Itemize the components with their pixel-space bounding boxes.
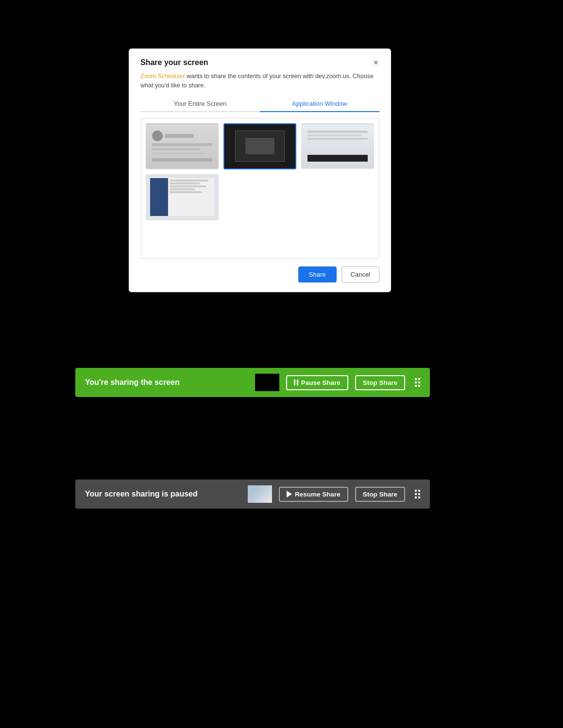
window-grid [140, 118, 379, 259]
sharing-bar-paused: Your screen sharing is paused Resume Sha… [75, 480, 430, 509]
sharing-status-text-active: You're sharing the screen [85, 378, 248, 387]
play-icon [287, 491, 292, 497]
dialog-description: Zoom Scheduler wants to share the conten… [140, 72, 379, 90]
share-screen-dialog: Share your screen × Zoom Scheduler wants… [129, 49, 391, 292]
window-thumbnail-1[interactable] [146, 123, 219, 169]
cancel-button[interactable]: Cancel [341, 266, 379, 282]
window-thumbnail-2[interactable] [223, 123, 296, 169]
dialog-header: Share your screen × [140, 58, 379, 67]
window-thumbnail-3[interactable] [301, 123, 374, 169]
more-options-button-paused[interactable] [412, 488, 423, 500]
sharing-bar-active: You're sharing the screen Pause Share St… [75, 368, 430, 397]
share-button[interactable]: Share [298, 266, 337, 282]
grid-icon-paused [415, 490, 420, 498]
stop-share-button-paused[interactable]: Stop Share [355, 487, 405, 502]
stop-share-button-active[interactable]: Stop Share [355, 375, 405, 390]
tab-application-window[interactable]: Application Window [260, 97, 379, 112]
screen-preview-paused [248, 485, 272, 503]
window-thumbnail-4[interactable] [146, 174, 219, 220]
dialog-title: Share your screen [140, 58, 208, 67]
app-name: Zoom Scheduler [140, 73, 185, 80]
grid-icon-active [415, 378, 420, 387]
dialog-actions: Share Cancel [140, 266, 379, 282]
sharing-status-text-paused: Your screen sharing is paused [85, 490, 241, 498]
more-options-button-active[interactable] [412, 376, 423, 389]
pause-icon [294, 380, 298, 385]
dialog-close-button[interactable]: × [372, 58, 379, 67]
resume-share-button[interactable]: Resume Share [279, 487, 348, 502]
screen-preview-image [248, 485, 272, 503]
tab-entire-screen[interactable]: Your Entire Screen [140, 97, 260, 112]
pause-share-button[interactable]: Pause Share [286, 375, 348, 390]
dialog-tabs: Your Entire Screen Application Window [140, 97, 379, 112]
screen-preview-active [255, 374, 279, 391]
